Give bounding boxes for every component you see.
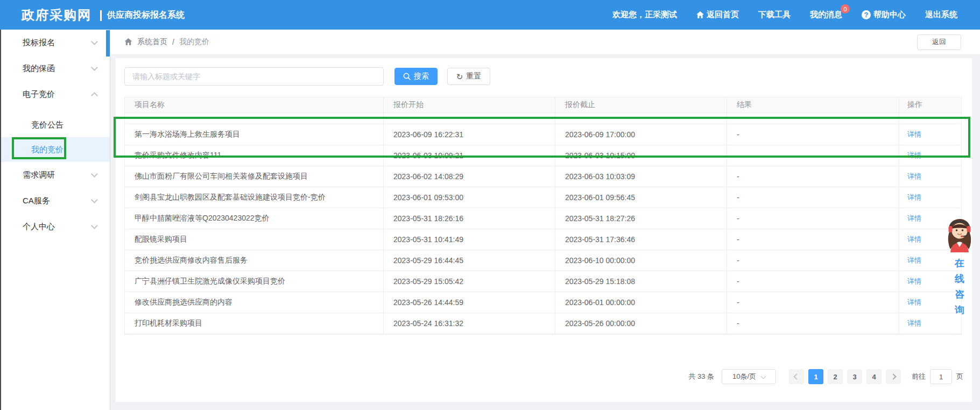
table-row[interactable]: 佛山市面粉厂有限公司车间相关装修及配套设施项目 2023-06-02 14:08… — [125, 166, 961, 187]
table-row[interactable]: 剑阁县宝龙山职教园区及配套基础设施建设项目竞价-竞价 2023-06-01 09… — [125, 187, 961, 208]
cell-project-name: 广宁县洲仔镇卫生院激光成像仪采购项目竞价 — [125, 271, 384, 292]
page-button-1[interactable]: 1 — [808, 369, 823, 384]
table-header-row: 项目名称 报价开始 报价截止 结果 操作 — [125, 97, 961, 113]
sidebar-subitem-label: 我的竞价 — [31, 145, 97, 155]
nav-help-label: 帮助中心 — [873, 10, 906, 20]
cell-project-name: 佛山市面粉厂有限公司车间相关装修及配套设施项目 — [125, 166, 384, 187]
column-header-project-name: 项目名称 — [125, 97, 384, 112]
table-row[interactable]: 第一海水浴场海上救生服务项目 2023-06-09 16:22:31 2023-… — [125, 124, 961, 145]
cell-quote-deadline: 2023-05-31 17:36:46 — [555, 229, 727, 250]
table-row[interactable]: 甲醇中腈菌唑溶液等Q20230423022竞价 2023-05-31 18:26… — [125, 208, 961, 229]
chevron-up-icon — [91, 92, 98, 99]
cell-project-name: 配眼镜采购项目 — [125, 229, 384, 250]
reset-button[interactable]: ↻ 重置 — [447, 68, 490, 85]
cell-quote-deadline: 2023-05-31 18:27:26 — [555, 208, 727, 229]
detail-link[interactable]: 详情 — [907, 298, 921, 307]
sidebar-subitem-auction-notice[interactable]: 竞价公告 — [1, 112, 110, 137]
cell-quote-start: 2023-05-31 10:41:49 — [384, 229, 555, 250]
cell-project-name: 剑阁县宝龙山职教园区及配套基础设施建设项目竞价-竞价 — [125, 187, 384, 208]
table-row[interactable]: 打印机耗材采购项目 2023-05-24 16:31:32 2023-05-26… — [125, 313, 961, 334]
page-unit-label: 页 — [956, 372, 963, 381]
sidebar-scrollbar-thumb[interactable] — [106, 30, 110, 56]
detail-link[interactable]: 详情 — [907, 277, 921, 286]
messages-count-badge: 0 — [841, 4, 850, 13]
search-input[interactable] — [124, 67, 384, 86]
sidebar-item-demand-research[interactable]: 需求调研 — [1, 162, 110, 188]
search-button[interactable]: 搜索 — [394, 68, 438, 85]
breadcrumb-home[interactable]: 系统首页 — [137, 37, 167, 47]
table-row[interactable]: 竞价采购文件修改内容111 2023-06-03 10:09:21 2023-0… — [125, 145, 961, 166]
nav-home-link[interactable]: 返回首页 — [696, 10, 739, 20]
cell-quote-deadline: 2023-06-03 10:03:09 — [555, 166, 727, 187]
cell-project-name: 竞价挑选供应商修改内容售后服务 — [125, 250, 384, 271]
detail-link[interactable]: 详情 — [907, 193, 921, 202]
auction-table: 项目名称 报价开始 报价截止 结果 操作 — [124, 97, 962, 335]
page-size-value: 10条/页 — [732, 372, 756, 381]
column-header-operation: 操作 — [899, 97, 960, 112]
detail-link[interactable]: 详情 — [907, 319, 921, 328]
detail-link[interactable]: 详情 — [907, 256, 921, 265]
nav-messages-link[interactable]: 我的消息 0 — [810, 10, 842, 20]
next-page-button[interactable] — [886, 369, 901, 384]
cell-quote-deadline: 2023-06-09 17:00:00 — [555, 124, 727, 145]
sidebar-subitem-my-auction[interactable]: 我的竞价 — [1, 137, 110, 162]
content-panel: 搜索 ↻ 重置 项目名称 报价开始 报价截止 结果 操作 — [116, 58, 972, 402]
cell-operation: 详情 — [899, 145, 960, 166]
cell-result: - — [727, 187, 899, 208]
sidebar-item-my-guarantee[interactable]: 我的保函 — [1, 55, 110, 81]
cell-quote-start: 2023-06-01 09:53:00 — [384, 187, 555, 208]
sidebar-item-e-auction[interactable]: 电子竞价 — [1, 81, 110, 107]
back-button[interactable]: 返回 — [917, 34, 961, 50]
sidebar-item-label: 个人中心 — [23, 222, 92, 232]
chevron-down-icon — [91, 38, 98, 45]
cell-quote-start: 2023-06-02 14:08:29 — [384, 166, 555, 187]
cell-project-name: 甲醇中腈菌唑溶液等Q20230423022竞价 — [125, 208, 384, 229]
cell-result: - — [727, 145, 899, 166]
cell-result: - — [727, 229, 899, 250]
online-consult-widget[interactable]: 在 线 咨 询 — [942, 217, 977, 318]
home-icon — [696, 11, 704, 19]
nav-logout-link[interactable]: 退出系统 — [925, 10, 957, 20]
detail-link[interactable]: 详情 — [907, 214, 921, 223]
top-nav: 欢迎您，正采测试 返回首页 下载工具 我的消息 0 ? 帮助中心 退出系统 — [612, 10, 957, 20]
search-toolbar: 搜索 ↻ 重置 — [124, 67, 963, 86]
sidebar-item-bid-signup[interactable]: 投标报名 — [1, 30, 110, 55]
sidebar-item-label: 需求调研 — [23, 170, 92, 180]
table-row[interactable]: 竞价挑选供应商修改内容售后服务 2023-05-29 16:44:45 2023… — [125, 250, 961, 271]
chevron-down-icon — [91, 171, 98, 178]
cell-operation: 详情 — [899, 166, 960, 187]
detail-link[interactable]: 详情 — [907, 130, 921, 139]
home-icon — [124, 38, 132, 46]
cell-quote-deadline: 2023-06-01 00:00:00 — [555, 292, 727, 313]
welcome-user-text: 欢迎您，正采测试 — [612, 10, 677, 20]
column-header-quote-deadline: 报价截止 — [555, 97, 727, 112]
page-button-3[interactable]: 3 — [847, 369, 862, 384]
sidebar-menu: 投标报名 我的保函 电子竞价 竞价公告 我的竞价 需求调研 — [0, 30, 110, 410]
sidebar-subitem-label: 竞价公告 — [31, 120, 97, 130]
table-row[interactable]: 修改供应商挑选供应商的内容 2023-05-26 14:44:59 2023-0… — [125, 292, 961, 313]
search-button-label: 搜索 — [414, 72, 429, 81]
cell-project-name: 竞价采购文件修改内容111 — [125, 145, 384, 166]
sidebar-item-personal-center[interactable]: 个人中心 — [1, 214, 110, 239]
detail-link[interactable]: 详情 — [907, 172, 921, 181]
detail-link[interactable]: 详情 — [907, 235, 921, 244]
detail-link[interactable]: 详情 — [907, 151, 921, 160]
goto-page-input[interactable] — [930, 369, 952, 384]
page-button-4[interactable]: 4 — [866, 369, 882, 384]
cell-operation: 详情 — [899, 124, 960, 145]
sidebar-item-ca-service[interactable]: CA服务 — [1, 188, 110, 214]
nav-help-link[interactable]: ? 帮助中心 — [862, 10, 906, 20]
page-size-select[interactable]: 10条/页 — [722, 369, 776, 384]
cell-result: - — [727, 166, 899, 187]
cell-result: - — [727, 208, 899, 229]
cell-quote-deadline: 2023-06-01 09:56:45 — [555, 187, 727, 208]
table-row[interactable]: 配眼镜采购项目 2023-05-31 10:41:49 2023-05-31 1… — [125, 229, 961, 250]
cell-quote-start: 2023-05-29 15:05:42 — [384, 271, 555, 292]
goto-page-group: 前往 页 — [912, 369, 963, 384]
table-row[interactable]: 广宁县洲仔镇卫生院激光成像仪采购项目竞价 2023-05-29 15:05:42… — [125, 271, 961, 292]
prev-page-button[interactable] — [789, 369, 804, 384]
nav-download-tools-link[interactable]: 下载工具 — [758, 10, 791, 20]
cell-quote-deadline: 2023-06-10 00:00:00 — [555, 250, 727, 271]
page-button-2[interactable]: 2 — [828, 369, 843, 384]
system-subtitle: 供应商投标报名系统 — [107, 10, 185, 21]
